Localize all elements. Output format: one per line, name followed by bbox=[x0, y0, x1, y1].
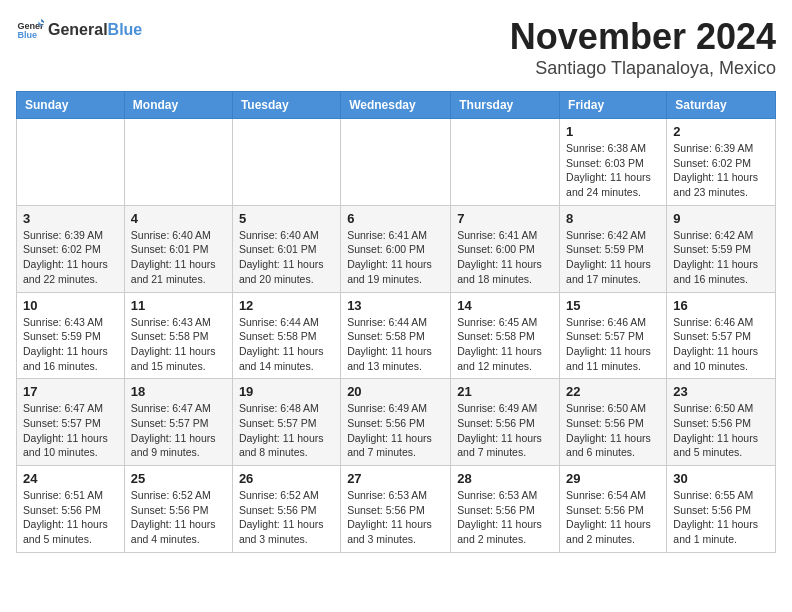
day-detail: Sunrise: 6:46 AM Sunset: 5:57 PM Dayligh… bbox=[566, 316, 651, 372]
day-number: 8 bbox=[566, 211, 660, 226]
day-detail: Sunrise: 6:43 AM Sunset: 5:58 PM Dayligh… bbox=[131, 316, 216, 372]
day-number: 21 bbox=[457, 384, 553, 399]
svg-text:Blue: Blue bbox=[17, 30, 37, 40]
day-number: 10 bbox=[23, 298, 118, 313]
day-cell: 29Sunrise: 6:54 AM Sunset: 5:56 PM Dayli… bbox=[560, 466, 667, 553]
day-cell bbox=[17, 119, 125, 206]
day-cell: 21Sunrise: 6:49 AM Sunset: 5:56 PM Dayli… bbox=[451, 379, 560, 466]
day-number: 17 bbox=[23, 384, 118, 399]
day-number: 23 bbox=[673, 384, 769, 399]
day-detail: Sunrise: 6:39 AM Sunset: 6:02 PM Dayligh… bbox=[23, 229, 108, 285]
day-number: 28 bbox=[457, 471, 553, 486]
logo-general: General bbox=[48, 21, 108, 38]
day-detail: Sunrise: 6:53 AM Sunset: 5:56 PM Dayligh… bbox=[347, 489, 432, 545]
day-cell: 13Sunrise: 6:44 AM Sunset: 5:58 PM Dayli… bbox=[341, 292, 451, 379]
day-detail: Sunrise: 6:54 AM Sunset: 5:56 PM Dayligh… bbox=[566, 489, 651, 545]
day-number: 20 bbox=[347, 384, 444, 399]
day-number: 1 bbox=[566, 124, 660, 139]
day-cell: 6Sunrise: 6:41 AM Sunset: 6:00 PM Daylig… bbox=[341, 205, 451, 292]
day-cell: 25Sunrise: 6:52 AM Sunset: 5:56 PM Dayli… bbox=[124, 466, 232, 553]
day-detail: Sunrise: 6:48 AM Sunset: 5:57 PM Dayligh… bbox=[239, 402, 324, 458]
day-cell: 5Sunrise: 6:40 AM Sunset: 6:01 PM Daylig… bbox=[232, 205, 340, 292]
day-detail: Sunrise: 6:38 AM Sunset: 6:03 PM Dayligh… bbox=[566, 142, 651, 198]
day-detail: Sunrise: 6:52 AM Sunset: 5:56 PM Dayligh… bbox=[239, 489, 324, 545]
day-number: 24 bbox=[23, 471, 118, 486]
day-number: 7 bbox=[457, 211, 553, 226]
day-detail: Sunrise: 6:44 AM Sunset: 5:58 PM Dayligh… bbox=[347, 316, 432, 372]
day-cell bbox=[124, 119, 232, 206]
day-cell: 18Sunrise: 6:47 AM Sunset: 5:57 PM Dayli… bbox=[124, 379, 232, 466]
day-number: 19 bbox=[239, 384, 334, 399]
day-number: 29 bbox=[566, 471, 660, 486]
day-detail: Sunrise: 6:47 AM Sunset: 5:57 PM Dayligh… bbox=[23, 402, 108, 458]
header-row: SundayMondayTuesdayWednesdayThursdayFrid… bbox=[17, 92, 776, 119]
day-cell: 14Sunrise: 6:45 AM Sunset: 5:58 PM Dayli… bbox=[451, 292, 560, 379]
day-detail: Sunrise: 6:55 AM Sunset: 5:56 PM Dayligh… bbox=[673, 489, 758, 545]
day-cell: 15Sunrise: 6:46 AM Sunset: 5:57 PM Dayli… bbox=[560, 292, 667, 379]
day-cell: 28Sunrise: 6:53 AM Sunset: 5:56 PM Dayli… bbox=[451, 466, 560, 553]
day-detail: Sunrise: 6:43 AM Sunset: 5:59 PM Dayligh… bbox=[23, 316, 108, 372]
day-number: 5 bbox=[239, 211, 334, 226]
week-row-0: 1Sunrise: 6:38 AM Sunset: 6:03 PM Daylig… bbox=[17, 119, 776, 206]
day-cell: 12Sunrise: 6:44 AM Sunset: 5:58 PM Dayli… bbox=[232, 292, 340, 379]
day-cell: 10Sunrise: 6:43 AM Sunset: 5:59 PM Dayli… bbox=[17, 292, 125, 379]
day-number: 15 bbox=[566, 298, 660, 313]
day-number: 12 bbox=[239, 298, 334, 313]
day-number: 25 bbox=[131, 471, 226, 486]
day-number: 26 bbox=[239, 471, 334, 486]
day-cell: 3Sunrise: 6:39 AM Sunset: 6:02 PM Daylig… bbox=[17, 205, 125, 292]
day-number: 14 bbox=[457, 298, 553, 313]
day-detail: Sunrise: 6:49 AM Sunset: 5:56 PM Dayligh… bbox=[457, 402, 542, 458]
day-detail: Sunrise: 6:44 AM Sunset: 5:58 PM Dayligh… bbox=[239, 316, 324, 372]
header-cell-monday: Monday bbox=[124, 92, 232, 119]
svg-text:General: General bbox=[17, 21, 44, 31]
day-detail: Sunrise: 6:53 AM Sunset: 5:56 PM Dayligh… bbox=[457, 489, 542, 545]
logo-icon: General Blue bbox=[16, 16, 44, 44]
title-area: November 2024 Santiago Tlapanaloya, Mexi… bbox=[510, 16, 776, 79]
day-detail: Sunrise: 6:49 AM Sunset: 5:56 PM Dayligh… bbox=[347, 402, 432, 458]
day-number: 30 bbox=[673, 471, 769, 486]
day-cell: 17Sunrise: 6:47 AM Sunset: 5:57 PM Dayli… bbox=[17, 379, 125, 466]
day-detail: Sunrise: 6:50 AM Sunset: 5:56 PM Dayligh… bbox=[673, 402, 758, 458]
day-cell: 2Sunrise: 6:39 AM Sunset: 6:02 PM Daylig… bbox=[667, 119, 776, 206]
day-cell: 1Sunrise: 6:38 AM Sunset: 6:03 PM Daylig… bbox=[560, 119, 667, 206]
day-number: 11 bbox=[131, 298, 226, 313]
header-cell-thursday: Thursday bbox=[451, 92, 560, 119]
header-cell-wednesday: Wednesday bbox=[341, 92, 451, 119]
day-cell: 22Sunrise: 6:50 AM Sunset: 5:56 PM Dayli… bbox=[560, 379, 667, 466]
week-row-2: 10Sunrise: 6:43 AM Sunset: 5:59 PM Dayli… bbox=[17, 292, 776, 379]
day-cell: 20Sunrise: 6:49 AM Sunset: 5:56 PM Dayli… bbox=[341, 379, 451, 466]
day-number: 2 bbox=[673, 124, 769, 139]
day-cell bbox=[232, 119, 340, 206]
header-cell-tuesday: Tuesday bbox=[232, 92, 340, 119]
day-number: 22 bbox=[566, 384, 660, 399]
day-cell: 7Sunrise: 6:41 AM Sunset: 6:00 PM Daylig… bbox=[451, 205, 560, 292]
day-number: 4 bbox=[131, 211, 226, 226]
week-row-4: 24Sunrise: 6:51 AM Sunset: 5:56 PM Dayli… bbox=[17, 466, 776, 553]
day-cell: 30Sunrise: 6:55 AM Sunset: 5:56 PM Dayli… bbox=[667, 466, 776, 553]
day-number: 16 bbox=[673, 298, 769, 313]
calendar-table: SundayMondayTuesdayWednesdayThursdayFrid… bbox=[16, 91, 776, 553]
day-detail: Sunrise: 6:50 AM Sunset: 5:56 PM Dayligh… bbox=[566, 402, 651, 458]
header-cell-saturday: Saturday bbox=[667, 92, 776, 119]
day-cell: 11Sunrise: 6:43 AM Sunset: 5:58 PM Dayli… bbox=[124, 292, 232, 379]
week-row-1: 3Sunrise: 6:39 AM Sunset: 6:02 PM Daylig… bbox=[17, 205, 776, 292]
day-detail: Sunrise: 6:41 AM Sunset: 6:00 PM Dayligh… bbox=[457, 229, 542, 285]
day-number: 6 bbox=[347, 211, 444, 226]
week-row-3: 17Sunrise: 6:47 AM Sunset: 5:57 PM Dayli… bbox=[17, 379, 776, 466]
month-title: November 2024 bbox=[510, 16, 776, 58]
header-cell-sunday: Sunday bbox=[17, 92, 125, 119]
day-cell bbox=[451, 119, 560, 206]
day-cell: 19Sunrise: 6:48 AM Sunset: 5:57 PM Dayli… bbox=[232, 379, 340, 466]
day-detail: Sunrise: 6:45 AM Sunset: 5:58 PM Dayligh… bbox=[457, 316, 542, 372]
day-number: 3 bbox=[23, 211, 118, 226]
logo: General Blue GeneralBlue bbox=[16, 16, 142, 44]
day-detail: Sunrise: 6:52 AM Sunset: 5:56 PM Dayligh… bbox=[131, 489, 216, 545]
day-cell: 24Sunrise: 6:51 AM Sunset: 5:56 PM Dayli… bbox=[17, 466, 125, 553]
location-title: Santiago Tlapanaloya, Mexico bbox=[510, 58, 776, 79]
day-cell: 23Sunrise: 6:50 AM Sunset: 5:56 PM Dayli… bbox=[667, 379, 776, 466]
logo-blue: Blue bbox=[108, 21, 143, 38]
day-detail: Sunrise: 6:39 AM Sunset: 6:02 PM Dayligh… bbox=[673, 142, 758, 198]
day-detail: Sunrise: 6:41 AM Sunset: 6:00 PM Dayligh… bbox=[347, 229, 432, 285]
day-cell bbox=[341, 119, 451, 206]
